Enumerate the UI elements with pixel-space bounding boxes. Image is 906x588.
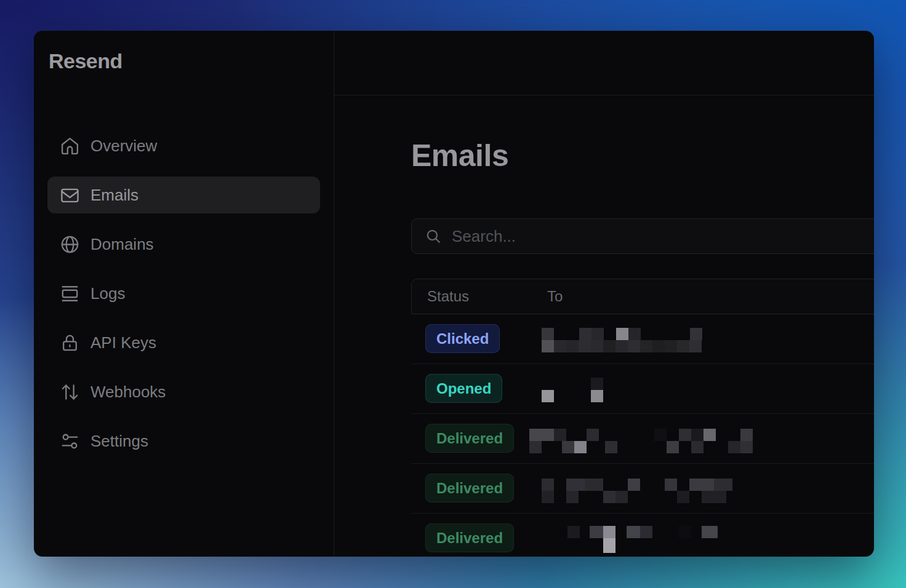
sidebar-item-emails[interactable]: Emails (47, 177, 320, 213)
page-title: Emails (411, 140, 874, 172)
arrows-up-down-icon (60, 382, 80, 402)
redaction-block (677, 491, 689, 503)
redaction-block (591, 328, 604, 340)
redaction-block (585, 479, 603, 491)
sidebar-item-webhooks[interactable]: Webhooks (47, 373, 320, 410)
redaction-block (603, 491, 615, 503)
redaction-block (562, 441, 574, 453)
redaction-block (677, 340, 689, 352)
sidebar-item-settings[interactable]: Settings (47, 423, 320, 459)
redaction-block (702, 526, 718, 538)
redaction-block (728, 441, 740, 453)
redaction-block (529, 441, 542, 453)
redaction-block (579, 328, 591, 340)
sidebar-item-label: Webhooks (90, 383, 166, 402)
redaction-block (590, 526, 603, 538)
status-cell: Opened (411, 381, 547, 396)
desktop-background: { "sidebar": { "logo": "Resend", "items"… (0, 0, 906, 588)
app-logo[interactable]: Resend (47, 49, 320, 73)
redaction-block (652, 340, 665, 352)
mail-icon (60, 185, 80, 205)
status-badge: Delivered (425, 474, 514, 503)
redaction-block (566, 340, 579, 352)
email-row[interactable]: Opened (411, 364, 874, 414)
app-window: Resend Overview Emails (34, 31, 874, 557)
redaction-block (605, 441, 617, 453)
redaction-block (579, 340, 591, 352)
email-row[interactable]: Delivered (411, 464, 874, 514)
sidebar-item-label: API Keys (90, 333, 156, 352)
redaction-block (665, 479, 677, 491)
redaction-block (542, 479, 554, 491)
sidebar-item-logs[interactable]: Logs (47, 275, 320, 312)
status-cell: Delivered (411, 481, 547, 496)
redaction-block (603, 340, 615, 352)
globe-icon (60, 234, 80, 255)
emails-table: Status To ClickedOpenedDeliveredDelivere… (411, 279, 874, 557)
status-cell: Delivered (411, 531, 547, 546)
column-header-status: Status (412, 288, 547, 305)
redaction-block (654, 429, 667, 441)
redaction-block (667, 441, 679, 453)
top-bar (334, 31, 874, 95)
sidebar-nav: Overview Emails Domains (47, 127, 320, 459)
redaction-block (567, 526, 580, 538)
email-row[interactable]: Delivered (411, 514, 874, 557)
redaction-block (554, 429, 566, 441)
status-badge: Delivered (425, 424, 514, 453)
redaction-block (628, 479, 640, 491)
emails-page: Emails Status To ClickedOpenedDeliveredD… (334, 95, 874, 557)
column-header-to: To (547, 288, 874, 305)
sidebar-item-label: Overview (90, 137, 157, 156)
sidebar-item-api-keys[interactable]: API Keys (47, 324, 320, 361)
redaction-block (640, 526, 652, 538)
table-header: Status To (411, 279, 874, 314)
redaction-block (628, 328, 641, 340)
status-badge: Delivered (425, 523, 514, 552)
status-badge: Clicked (425, 324, 500, 353)
sidebar-item-overview[interactable]: Overview (47, 127, 320, 164)
redaction-block (628, 340, 640, 352)
search-input[interactable] (451, 226, 874, 247)
redaction-block (702, 491, 726, 503)
redaction-block (603, 538, 615, 553)
search-icon (425, 228, 441, 244)
redaction-block (679, 526, 691, 538)
search-bar (411, 218, 874, 254)
sidebar-item-domains[interactable]: Domains (47, 226, 320, 263)
email-row[interactable]: Clicked (411, 314, 874, 364)
status-badge: Opened (425, 374, 502, 403)
redaction-block (691, 429, 704, 441)
redaction-block (566, 479, 585, 491)
redaction-block (591, 378, 603, 390)
redaction-block (554, 340, 566, 352)
redaction-block (587, 429, 599, 441)
redaction-block (615, 491, 628, 503)
sliders-icon (60, 431, 80, 451)
redaction-block (704, 429, 716, 441)
redaction-block (603, 526, 615, 538)
redaction-block (714, 479, 732, 491)
redaction-block (591, 340, 603, 352)
status-cell: Clicked (411, 332, 547, 346)
redaction-block (615, 340, 628, 352)
table-body: ClickedOpenedDeliveredDeliveredDelivered (411, 314, 874, 557)
redaction-block (640, 340, 652, 352)
redaction-block (542, 340, 554, 352)
sidebar-item-label: Domains (90, 235, 154, 254)
sidebar-item-label: Logs (90, 284, 125, 303)
redaction-block (740, 441, 753, 453)
email-row[interactable]: Delivered (411, 414, 874, 464)
redaction-block (690, 328, 702, 340)
sidebar-item-label: Emails (90, 186, 138, 205)
redaction-block (529, 429, 554, 441)
redaction-block (691, 441, 704, 453)
redaction-block (665, 340, 677, 352)
redaction-block (542, 328, 554, 340)
logs-icon (60, 284, 80, 304)
redaction-block (627, 526, 640, 538)
home-icon (60, 136, 80, 156)
sidebar-item-label: Settings (90, 432, 148, 451)
sidebar: Resend Overview Emails (34, 31, 334, 557)
main-area: Emails Status To ClickedOpenedDeliveredD… (334, 31, 874, 557)
